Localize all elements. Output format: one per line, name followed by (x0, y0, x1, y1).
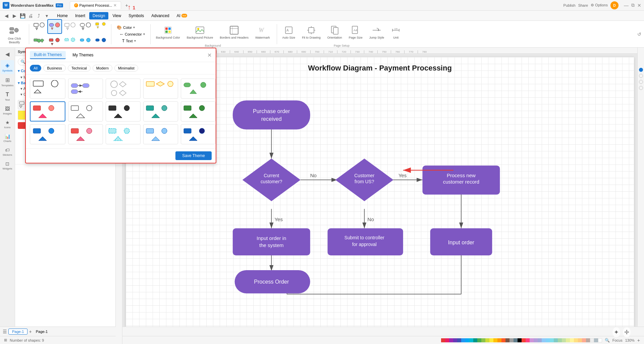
page-tab-label[interactable]: Page-1 (33, 329, 50, 334)
swatch-26[interactable] (542, 338, 546, 342)
filter-minimalist[interactable]: Minimalist (114, 65, 138, 71)
dropdown-button[interactable]: ▾ (43, 12, 50, 19)
theme-panel-close[interactable]: ✕ (207, 52, 212, 58)
nav-charts[interactable]: 📊 Charts (1, 132, 14, 145)
builtin-themes-tab[interactable]: Built-in Themes (30, 51, 66, 59)
page-size-button[interactable]: A4 Page Size (346, 21, 365, 44)
theme-14[interactable] (143, 124, 178, 144)
swatch-29[interactable] (554, 338, 558, 342)
filter-all[interactable]: All (30, 65, 41, 71)
swatch-9[interactable] (473, 338, 477, 342)
collapse-button[interactable]: ◀ (3, 49, 11, 59)
filter-modern[interactable]: Modern (93, 65, 112, 71)
shape-style-6[interactable] (32, 35, 47, 49)
filter-business[interactable]: Business (43, 65, 66, 71)
save-button[interactable]: 💾 (19, 12, 26, 19)
swatch-8[interactable] (469, 338, 473, 342)
theme-3[interactable] (106, 79, 141, 99)
swatch-32[interactable] (566, 338, 570, 342)
swatch-14[interactable] (493, 338, 497, 342)
publish-button[interactable]: Publish (564, 3, 576, 7)
swatch-1[interactable] (441, 338, 445, 342)
theme-6[interactable] (30, 101, 65, 121)
background-color-button[interactable]: Background Color (153, 21, 183, 44)
watermark-button[interactable]: W Watermark (253, 21, 273, 44)
right-indicator-1[interactable] (639, 68, 643, 72)
unit-button[interactable]: cm Unit (388, 21, 404, 44)
swatch-27[interactable] (546, 338, 550, 342)
nav-stickers[interactable]: 🏷 Stickers (1, 145, 14, 158)
theme-11[interactable] (30, 124, 65, 144)
tab-payment[interactable]: P Payment Processi... ✕ (70, 1, 121, 9)
swatch-11[interactable] (481, 338, 485, 342)
nav-templates[interactable]: ⊞ Templates (1, 75, 14, 89)
swatch-31[interactable] (562, 338, 566, 342)
zoom-out-button[interactable]: 🔍 (605, 338, 610, 343)
swatch-39[interactable] (594, 338, 598, 342)
shape-style-5[interactable] (94, 19, 108, 34)
new-tab-button[interactable]: + (122, 1, 130, 9)
theme-8[interactable] (106, 101, 141, 121)
connector-button[interactable]: ↔ Connector ▾ (118, 31, 146, 37)
theme-5[interactable] (181, 79, 216, 99)
background-picture-button[interactable]: Background Picture (184, 21, 216, 44)
menu-ai[interactable]: AIhot (173, 12, 191, 19)
orientation-button[interactable]: Orientation (325, 21, 345, 44)
menu-home[interactable]: Home (54, 12, 71, 19)
swatch-2[interactable] (445, 338, 449, 342)
menu-symbols[interactable]: Symbols (125, 12, 147, 19)
swatch-7[interactable] (465, 338, 469, 342)
swatch-3[interactable] (449, 338, 453, 342)
nav-text[interactable]: T Text (1, 90, 14, 103)
maximize-button[interactable]: ⧉ (631, 2, 635, 8)
print-button[interactable]: 🖨 (27, 12, 34, 19)
swatch-37[interactable] (586, 338, 590, 342)
minimize-button[interactable]: — (624, 3, 629, 8)
sparkle-tool[interactable]: ✦ (612, 327, 620, 337)
swatch-34[interactable] (574, 338, 578, 342)
close-button[interactable]: ✕ (637, 3, 641, 8)
swatch-38[interactable] (590, 338, 594, 342)
nav-symbols[interactable]: ◈ Symbols (1, 60, 14, 74)
theme-9[interactable] (143, 101, 178, 121)
swatch-28[interactable] (550, 338, 554, 342)
shape-style-8[interactable] (63, 35, 77, 49)
nav-forward[interactable]: ▶ (11, 12, 18, 19)
borders-headers-button[interactable]: Borders and Headers (217, 21, 251, 44)
theme-1[interactable] (30, 79, 65, 99)
theme-15[interactable] (181, 124, 216, 144)
crosshair-tool[interactable]: ✛ (623, 327, 631, 337)
theme-13[interactable] (106, 124, 141, 144)
shape-style-7[interactable] (47, 35, 62, 49)
refresh-button[interactable]: ↺ (637, 32, 641, 37)
swatch-4[interactable] (453, 338, 457, 342)
add-page-button[interactable]: + (29, 329, 32, 334)
node-purchase-order[interactable] (233, 100, 310, 130)
right-indicator-2[interactable] (639, 74, 643, 78)
swatch-40[interactable] (598, 338, 602, 342)
menu-design[interactable]: Design (89, 12, 108, 19)
swatch-20[interactable] (518, 338, 522, 342)
swatch-19[interactable] (514, 338, 518, 342)
nav-images[interactable]: 🖼 Images (1, 104, 14, 117)
theme-7[interactable] (68, 101, 103, 121)
tab-close[interactable]: ✕ (113, 3, 117, 8)
theme-4[interactable] (143, 79, 178, 99)
menu-view[interactable]: View (109, 12, 124, 19)
swatch-5[interactable] (457, 338, 461, 342)
nav-widgets[interactable]: ⊡ Widgets (1, 159, 14, 172)
page-tab-1[interactable]: Page-1 (8, 329, 28, 335)
share-button[interactable]: Share (578, 3, 588, 7)
my-themes-tab[interactable]: My Themes (68, 51, 97, 59)
filter-technical[interactable]: Technical (68, 65, 91, 71)
theme-10[interactable] (181, 101, 216, 121)
shape-style-3[interactable] (63, 19, 77, 34)
auto-size-button[interactable]: A Auto Size (280, 21, 298, 44)
user-avatar[interactable]: D (610, 1, 619, 9)
nav-icons[interactable]: ★ Icons (1, 118, 14, 131)
swatch-33[interactable] (570, 338, 574, 342)
swatch-24[interactable] (534, 338, 538, 342)
swatch-36[interactable] (582, 338, 586, 342)
theme-2[interactable] (68, 79, 103, 99)
shape-style-2[interactable] (47, 19, 62, 34)
